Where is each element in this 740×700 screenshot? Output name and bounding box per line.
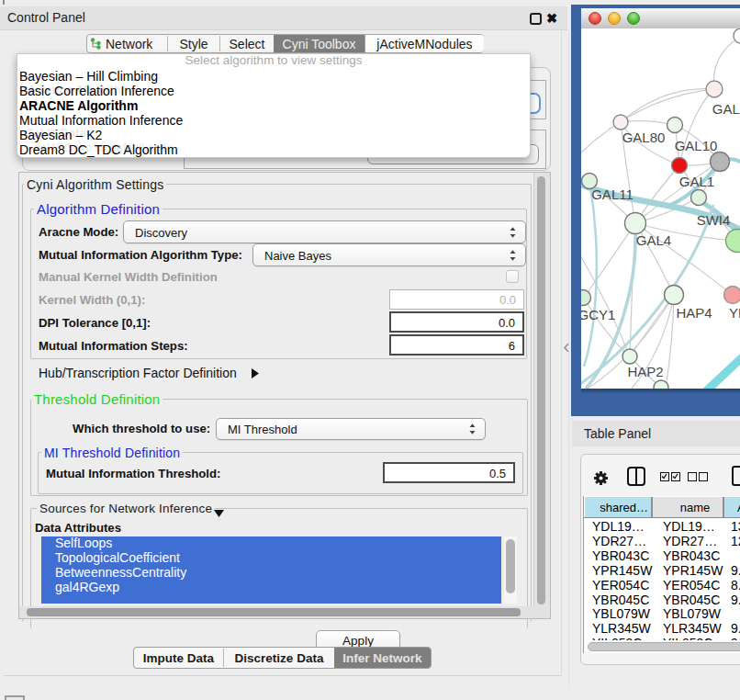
svg-text:GAL80: GAL80 [622, 130, 666, 145]
svg-text:GCY1: GCY1 [581, 307, 615, 322]
svg-text:GAL11: GAL11 [591, 186, 633, 202]
svg-text:GAL7: GAL7 [712, 101, 740, 117]
svg-text:GAL1: GAL1 [679, 174, 714, 189]
svg-text:SWI4: SWI4 [697, 212, 731, 228]
svg-text:YB: YB [729, 305, 740, 321]
svg-text:HAP2: HAP2 [627, 364, 663, 379]
svg-text:GAL10: GAL10 [675, 138, 718, 153]
svg-text:HAP4: HAP4 [676, 305, 712, 321]
svg-text:GAL4: GAL4 [636, 232, 671, 248]
